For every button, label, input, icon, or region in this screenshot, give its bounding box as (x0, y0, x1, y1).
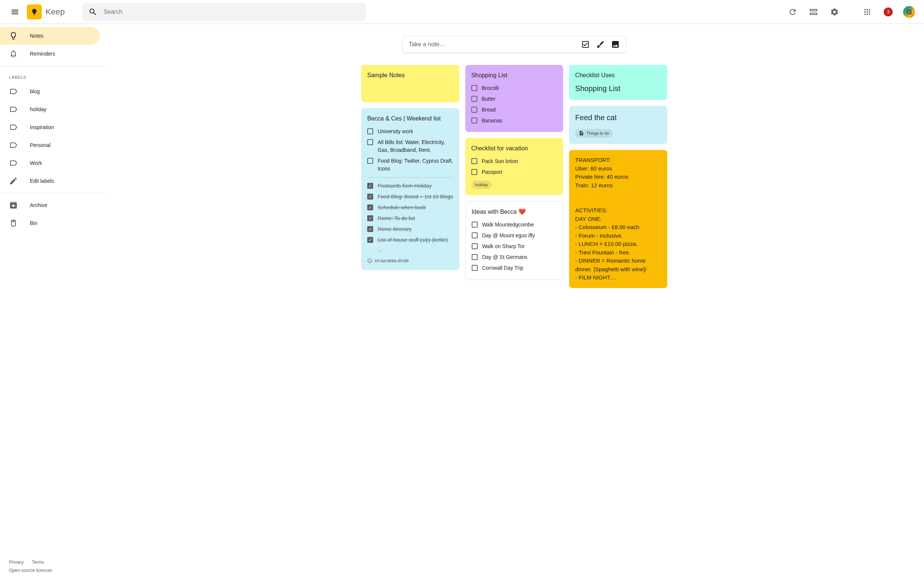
checkbox-icon[interactable] (471, 118, 477, 123)
sidebar-item-notes[interactable]: Notes (0, 27, 100, 45)
checklist-text: Bread (482, 106, 496, 114)
footer-licences-link[interactable]: Open-source licences (9, 568, 52, 573)
more-indicator: … (367, 245, 454, 254)
checkbox-checked-icon[interactable] (367, 215, 373, 221)
note-card[interactable]: Checklist Uses Shopping List (569, 65, 667, 100)
list-view-icon (809, 7, 818, 16)
checkbox-icon[interactable] (472, 243, 478, 249)
checklist-item[interactable]: Day @ Mount egus iffy (472, 230, 557, 241)
label-chip[interactable]: holiday (471, 181, 492, 189)
checkbox-checked-icon[interactable] (367, 183, 373, 189)
checkbox-checked-icon[interactable] (367, 204, 373, 210)
note-card[interactable]: Sample Notes (361, 65, 459, 102)
checkbox-icon[interactable] (367, 158, 373, 164)
note-card[interactable]: Checklist for vacation Pack Sun lotion P… (465, 138, 564, 195)
checklist-item[interactable]: Bananas (471, 115, 557, 126)
checklist-item[interactable]: List of house stuff (s/p) (kettle) (367, 235, 454, 245)
note-title: Shopping List (471, 71, 557, 80)
checkbox-icon[interactable] (472, 232, 478, 239)
checkbox-checked-icon[interactable] (367, 237, 373, 243)
notes-column: Shopping List Brocolli Butter Bread Bana… (465, 65, 564, 288)
checkbox-icon[interactable] (472, 222, 478, 227)
checklist-item[interactable]: Walk Mountedgcombe (472, 219, 557, 230)
search-bar[interactable] (82, 3, 366, 21)
sidebar-archive[interactable]: Archive (0, 196, 100, 214)
checkbox-icon[interactable] (471, 158, 477, 164)
checklist-item[interactable]: Walk on Sharp Tor (472, 241, 557, 252)
checklist-text: Passport (482, 168, 502, 176)
checklist-item[interactable]: Day @ St Germans (472, 252, 557, 263)
sidebar-label-holiday[interactable]: holiday (0, 100, 100, 118)
notifications-badge[interactable]: 3 (879, 3, 897, 21)
checklist-item[interactable]: Food Blog: Brand + 1st 10 Blogs (367, 191, 454, 202)
main-menu-button[interactable] (6, 3, 24, 21)
sidebar-label-personal[interactable]: Personal (0, 136, 100, 154)
labels-header: LABELS (0, 69, 105, 82)
apps-button[interactable] (858, 3, 876, 21)
checklist-item[interactable]: Food Blog: Twitter, Cyprus Draft, Icons (367, 155, 454, 174)
label-icon (9, 123, 18, 132)
sidebar-label-work[interactable]: Work (0, 154, 100, 172)
checklist-item[interactable]: All Bills list: Water, Electricity, Gas,… (367, 137, 454, 155)
document-icon (579, 131, 584, 136)
checklist-item[interactable]: Butter (471, 94, 557, 105)
checklist-item[interactable]: Schedule when back (367, 202, 454, 213)
footer-terms-link[interactable]: Terms (32, 559, 44, 565)
logo[interactable]: Keep (27, 5, 65, 20)
checkbox-icon[interactable] (472, 254, 478, 260)
note-card[interactable]: TRANSPORT: Uber: 60 euros Private hire: … (569, 150, 667, 288)
footer-privacy-link[interactable]: Privacy (9, 559, 23, 565)
badge-count: 3 (884, 7, 893, 16)
checkbox-icon[interactable] (472, 265, 478, 271)
checklist-text: Day @ St Germans (482, 254, 528, 261)
label-icon (9, 105, 18, 114)
take-note-input[interactable]: Take a note… (402, 36, 626, 53)
checklist-text: Brocolli (482, 84, 499, 92)
checklist-item[interactable]: Postcards from Holiday (367, 181, 454, 191)
checklist-text: List of house stuff (s/p) (kettle) (378, 236, 448, 244)
note-card[interactable]: Ideas with Becca ❤️ Walk Mountedgcombe D… (465, 201, 564, 280)
checklist-text: Butter (482, 95, 496, 103)
checkbox-checked-icon[interactable] (367, 194, 373, 200)
account-button[interactable] (900, 3, 918, 21)
new-list-icon[interactable] (581, 40, 590, 49)
keep-logo-icon (27, 5, 42, 20)
checkbox-icon[interactable] (367, 128, 373, 134)
sidebar-item-reminders[interactable]: Reminders (0, 45, 100, 63)
checklist-item[interactable]: Brocolli (471, 83, 557, 94)
sidebar: Notes Reminders LABELS blog holiday Insp… (0, 24, 105, 579)
checkbox-icon[interactable] (471, 85, 477, 91)
sidebar-label-blog[interactable]: blog (0, 82, 100, 100)
note-card[interactable]: Feed the cat Things to do (569, 106, 667, 144)
checkbox-icon[interactable] (471, 107, 477, 113)
checklist-item[interactable]: Rome: To do list (367, 213, 454, 224)
sidebar-item-label: Inspiration (30, 124, 54, 130)
checklist-item[interactable]: Rome itinerary (367, 224, 454, 235)
sidebar-bin[interactable]: Bin (0, 214, 100, 232)
checklist-item[interactable]: Pack Sun lotion (471, 156, 557, 167)
reminder-chip[interactable]: 17 Jul 2016, 07:00 (367, 258, 454, 264)
checkbox-icon[interactable] (367, 139, 373, 145)
note-title: Ideas with Becca ❤️ (472, 208, 557, 216)
note-card[interactable]: Shopping List Brocolli Butter Bread Bana… (465, 65, 564, 132)
checklist-item[interactable]: University work (367, 126, 454, 137)
checklist-item[interactable]: Cornwall Day Trip (472, 263, 557, 273)
new-drawing-icon[interactable] (596, 40, 605, 49)
refresh-button[interactable] (784, 3, 801, 21)
checkbox-icon[interactable] (471, 96, 477, 102)
search-input[interactable] (103, 8, 360, 15)
divider (0, 193, 105, 193)
label-chip[interactable]: Things to do (575, 129, 613, 137)
new-image-icon[interactable] (611, 40, 620, 49)
checklist-item[interactable]: Bread (471, 105, 557, 115)
sidebar-label-inspiration[interactable]: Inspiration (0, 118, 100, 136)
checkbox-checked-icon[interactable] (367, 226, 373, 232)
checklist-text: Food Blog: Twitter, Cyprus Draft, Icons (378, 157, 454, 173)
note-card[interactable]: Becca & Ces | Weekend list University wo… (361, 108, 459, 270)
checklist-item[interactable]: Passport (471, 167, 557, 178)
settings-button[interactable] (826, 3, 844, 21)
checkbox-icon[interactable] (471, 169, 477, 175)
sidebar-edit-labels[interactable]: Edit labels (0, 172, 100, 190)
chip-label: holiday (475, 182, 488, 188)
list-view-button[interactable] (804, 3, 822, 21)
